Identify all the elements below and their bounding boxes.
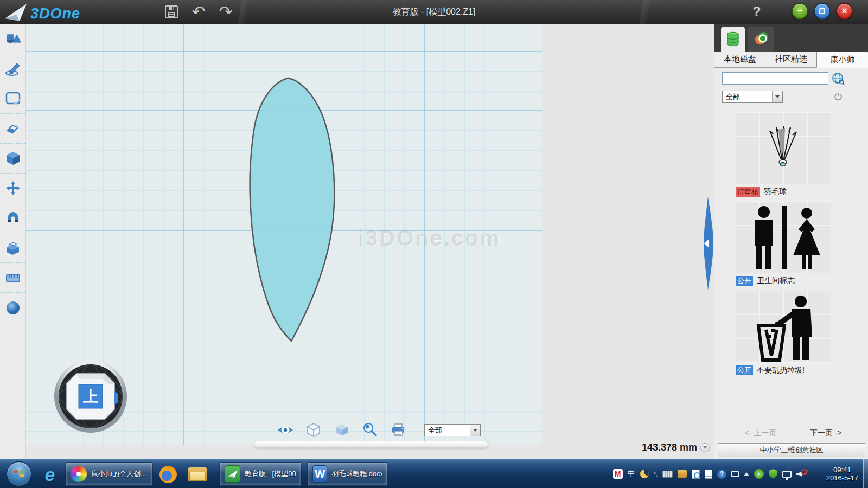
ime-punctuation-icon[interactable]: °, (654, 471, 658, 477)
redo-button[interactable]: ↷ (217, 3, 234, 21)
ime-toolbox-icon[interactable] (678, 470, 687, 478)
internet-explorer-icon[interactable]: e (40, 465, 60, 484)
document-icon[interactable] (705, 470, 712, 479)
status-badge: 公开 (736, 276, 753, 286)
tab-local-disk[interactable]: 本地磁盘 (714, 52, 765, 67)
primitives-icon (5, 31, 21, 47)
canvas-filter-value: 全部 (425, 425, 470, 436)
magnet-icon (5, 210, 21, 226)
taskbar-button-word[interactable]: W 羽毛球教程.docx ... (307, 462, 387, 486)
special-edit-tool-button[interactable] (0, 114, 26, 144)
canvas-filter-dropdown[interactable]: 全部 (424, 424, 481, 436)
close-button[interactable]: × (836, 3, 853, 20)
print-button[interactable] (388, 422, 408, 438)
dropdown-arrow-button[interactable] (772, 91, 782, 102)
save-button[interactable] (163, 3, 180, 21)
model-card-badminton[interactable] (736, 112, 831, 184)
sketch-tool-button[interactable] (0, 54, 26, 84)
sketch-pen-icon (5, 61, 21, 76)
restore-icon (819, 8, 825, 14)
file-explorer-icon[interactable] (188, 465, 207, 484)
constraint-tool-button[interactable] (0, 203, 26, 233)
zoom-button[interactable] (360, 422, 380, 438)
render-tool-button[interactable] (0, 293, 26, 323)
show-desktop-button[interactable] (863, 459, 868, 488)
visibility-eye-button[interactable] (276, 422, 295, 438)
collapsed-panel-strip[interactable] (254, 441, 488, 448)
view-cube[interactable]: 上 (54, 359, 127, 433)
volume-muted-icon[interactable] (796, 469, 807, 479)
model-card-litter[interactable] (736, 291, 831, 363)
firefox-icon[interactable] (158, 465, 178, 484)
system-tray: M 中 °, ? + (613, 459, 807, 488)
pinwheel-app-icon (71, 466, 87, 482)
next-page-button[interactable]: 下一页 -> (796, 428, 856, 438)
start-button[interactable] (7, 461, 31, 486)
search-row (714, 72, 868, 86)
no-littering-thumbnail (736, 291, 831, 363)
antivirus-icon[interactable]: + (754, 469, 764, 479)
taskbar-button-label: 康小帅的个人创... (91, 469, 146, 479)
search-globe-button[interactable] (832, 72, 845, 85)
combine-tool-button[interactable] (0, 233, 26, 263)
keyboard-icon[interactable] (662, 471, 673, 478)
ruler-icon (5, 270, 21, 285)
taskbar-clock[interactable]: 09:41 2016-5-17 (826, 459, 858, 488)
eraser-icon (5, 121, 21, 136)
feature-tool-button[interactable] (0, 144, 26, 174)
word-app-icon: W (312, 465, 327, 483)
restore-button[interactable] (814, 3, 831, 20)
sketch-edit-tool-button[interactable] (0, 84, 26, 114)
show-hidden-icons-button[interactable] (744, 472, 749, 476)
restore-window-icon[interactable] (731, 471, 739, 477)
community-site-button[interactable]: 中小学三维创意社区 (718, 443, 865, 457)
prev-page-button[interactable]: <- 上一页 (731, 428, 790, 438)
library-tab[interactable] (721, 27, 745, 52)
filter-row: 全部 (714, 91, 868, 105)
minimize-button[interactable]: − (792, 3, 808, 20)
taskbar-button-label: 教育版 - [模型00... (245, 469, 296, 479)
paper-plane-icon (4, 2, 27, 25)
modeling-canvas[interactable]: i3DOne.com (26, 24, 714, 459)
help-tray-icon[interactable]: ? (717, 470, 726, 479)
app-logo[interactable]: 3DOne (4, 2, 80, 25)
sketch-shape-petal[interactable] (243, 73, 373, 371)
community-tab[interactable] (748, 27, 774, 52)
shaded-view-button[interactable] (332, 422, 352, 438)
panel-collapse-handle[interactable] (702, 197, 714, 290)
community-sphere-icon (753, 31, 769, 47)
taskbar-button-3done[interactable]: 教育版 - [模型00... (219, 462, 302, 486)
model-card-restroom[interactable] (736, 201, 831, 273)
render-sphere-icon (5, 300, 21, 316)
resource-library-panel: 本地磁盘 社区精选 康小帅 全部 (714, 24, 868, 459)
globe-search-icon (832, 72, 845, 85)
network-icon[interactable] (782, 471, 792, 478)
power-refresh-button[interactable] (834, 92, 843, 101)
taskbar-button-browser-window[interactable]: 康小帅的个人创... (65, 462, 153, 486)
m-tray-icon[interactable]: M (613, 469, 623, 479)
measurement-dropdown-button[interactable] (700, 443, 710, 452)
sketch-edit-icon (5, 91, 21, 106)
security-shield-icon[interactable] (769, 469, 777, 479)
restroom-sign-thumbnail (736, 201, 831, 273)
measurement-readout: 143.378 mm (601, 442, 710, 453)
transform-tool-button[interactable] (0, 174, 26, 203)
ime-language-icon[interactable]: 中 (628, 469, 635, 479)
category-filter-dropdown[interactable]: 全部 (722, 91, 783, 103)
measure-tool-button[interactable] (0, 263, 26, 293)
titlebar-swoosh (618, 0, 667, 24)
tab-user[interactable]: 康小帅 (816, 52, 868, 68)
primitives-tool-button[interactable] (0, 24, 26, 54)
tab-community-featured[interactable]: 社区精选 (765, 52, 816, 67)
app-name: 3DOne (30, 5, 80, 22)
help-button[interactable]: ? (749, 4, 765, 20)
search-input[interactable] (722, 72, 828, 85)
watermark: i3DOne.com (358, 226, 501, 251)
search-doc-icon[interactable] (692, 470, 700, 479)
wireframe-view-button[interactable] (304, 422, 323, 438)
3done-app-window: 3DOne ↶ ↷ 教育版 - [模型002.Z1] ? − × (0, 0, 868, 488)
move-arrows-icon (5, 181, 21, 196)
moon-icon[interactable] (640, 470, 649, 478)
undo-button[interactable]: ↶ (190, 3, 207, 21)
dropdown-arrow-button[interactable] (470, 425, 480, 436)
